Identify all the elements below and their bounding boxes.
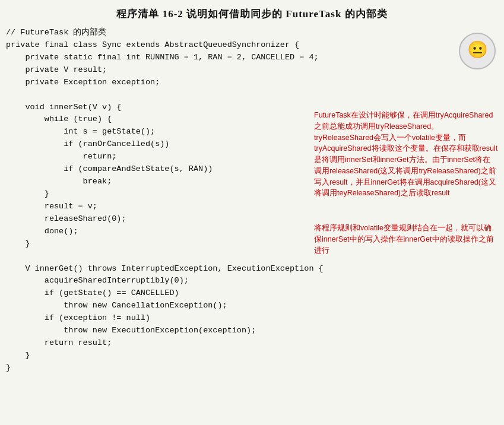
code-acquireshared: acquireSharedInterruptibly(0); [6, 275, 498, 287]
code-section: // FutureTask 的内部类 private final class S… [0, 27, 504, 375]
code-field3: private Exception exception; [6, 77, 498, 89]
annotation-top: FutureTask在设计时能够保，在调用tryAcquireShared之前总… [314, 110, 498, 199]
code-if-cancelled: if (getState() == CANCELLED) [6, 287, 498, 300]
code-class-close: } [6, 362, 498, 375]
code-return-result: return result; [6, 337, 498, 350]
annotation-bottom: 将程序规则和volatile变量规则结合在一起，就可以确保innerSet中的写… [314, 223, 498, 256]
code-innerget-close: } [6, 350, 498, 362]
code-blank1 [6, 89, 498, 102]
code-throw-cancellation: throw new CancellationException(); [6, 300, 498, 312]
code-innerget-decl: V innerGet() throws InterruptedException… [6, 263, 498, 275]
code-field1: private static final int RUNNING = 1, RA… [6, 52, 498, 64]
code-result-assign: result = v; [6, 201, 498, 213]
code-if-exception: if (exception != null) [6, 312, 498, 325]
code-field2: private V result; [6, 64, 498, 77]
code-throw-execution: throw new ExecutionException(exception); [6, 325, 498, 337]
code-class-decl: private final class Sync extends Abstrac… [6, 39, 498, 52]
page-title: 程序清单 16-2 说明如何借助同步的 FutureTask 的内部类 [0, 0, 504, 27]
page-container: 程序清单 16-2 说明如何借助同步的 FutureTask 的内部类 😐 //… [0, 0, 504, 425]
code-comment: // FutureTask 的内部类 [6, 27, 498, 39]
